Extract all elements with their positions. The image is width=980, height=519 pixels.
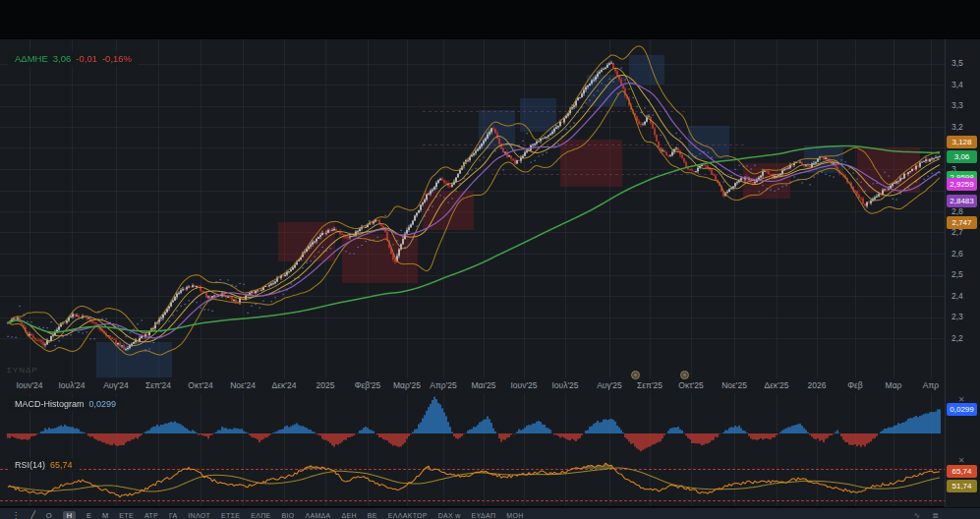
rsi-ma-value-badge: 51,74: [947, 480, 977, 492]
rsi-title: RSI(14): [15, 460, 45, 470]
last-price: 3,06: [53, 53, 72, 64]
time-axis-label: Απρ'25: [430, 380, 456, 390]
time-axis-label: Δεκ'25: [765, 380, 789, 390]
timeframe-button-Ο[interactable]: Ο: [46, 511, 52, 519]
rsi-value-badge: 65,74: [947, 465, 977, 478]
chart-tab[interactable]: ΕΛΠΕ: [251, 511, 270, 519]
trend-line-icon[interactable]: ╱: [30, 511, 35, 519]
price-change: -0,01: [76, 53, 97, 64]
last-price-badge: 3,06: [947, 150, 977, 163]
time-axis-label: Σεπ'25: [637, 380, 663, 390]
bars-icon[interactable]: ≣: [932, 511, 939, 519]
symbol-legend[interactable]: ΑΔΜΗΕ 3,06 -0,01 -0,16%: [8, 51, 139, 66]
time-axis-label: Απρ: [923, 380, 939, 390]
macd-title: MACD-Histogram: [15, 399, 85, 409]
price-tick-label: 2,3: [946, 312, 980, 321]
rsi-legend[interactable]: RSI(14) 65,74: [8, 458, 80, 472]
time-axis-label: Αυγ'24: [103, 380, 129, 390]
more-dots-icon[interactable]: ⋮: [12, 511, 20, 519]
bottom-toolbar: ⋮╱ΟΗΕΜΕΤΕΑΤΡΓΑΙΝΛΟΤΕΤΣΕΕΛΠΕΒΙΟΛΑΜΔΑΔΕΗΒΕ…: [0, 507, 980, 519]
price-tick-label: 3,5: [946, 58, 980, 68]
toolbar-right-icons: ∿≣: [914, 511, 939, 519]
ma-mid-badge: 2,9259: [947, 178, 977, 191]
price-tick-label: 3,4: [946, 80, 980, 89]
chart-tab[interactable]: ΛΑΜΔΑ: [306, 511, 331, 519]
price-change-percent: -0,16%: [102, 53, 132, 64]
price-tick-label: 3,2: [946, 122, 980, 132]
price-tick-label: 3,3: [946, 100, 980, 110]
chart-tab[interactable]: ΕΛΛΑΚΤΩΡ: [388, 511, 428, 519]
chart-tab[interactable]: ΒΕ: [368, 511, 377, 519]
bb-lower-badge: 2,747: [947, 216, 977, 229]
chart-tab[interactable]: ΒΙΟ: [282, 511, 295, 519]
chart-tab[interactable]: ΔΕΗ: [342, 511, 357, 519]
timeframe-button-Μ[interactable]: Μ: [102, 511, 108, 519]
time-axis-label: Οκτ'25: [678, 380, 703, 390]
price-tick-label: 2,6: [946, 249, 980, 259]
time-axis-label: 2025: [317, 380, 335, 390]
time-axis-label: Αυγ'25: [597, 380, 622, 390]
time-axis-label: Ιουλ'25: [551, 380, 578, 390]
time-axis-label: Μαι'25: [472, 380, 496, 390]
time-axis-label: Μαρ'25: [393, 380, 421, 390]
time-axis-label: Ιουν'25: [510, 380, 537, 390]
chart-tab[interactable]: ΕΥΔΑΠ: [472, 511, 496, 519]
rsi-close-icon[interactable]: ✕: [955, 456, 967, 466]
timeframe-button-Η[interactable]: Η: [63, 511, 76, 519]
macd-legend[interactable]: MACD-Histogram 0,0299: [8, 397, 123, 411]
time-axis[interactable]: Ιουν'24Ιουλ'24Αυγ'24Σεπ'24Οκτ'24Νοε'24Δε…: [0, 378, 945, 393]
time-axis-label: Οκτ'24: [188, 380, 212, 390]
price-axis[interactable]: 3,53,43,33,232,82,72,62,52,42,32,23,1283…: [945, 39, 980, 507]
time-axis-label: 2026: [808, 380, 827, 390]
chart-tab[interactable]: ΑΤΡ: [144, 511, 158, 519]
time-axis-label: Φεβ'25: [355, 380, 381, 390]
macd-close-icon[interactable]: ✕: [955, 395, 967, 405]
timeframe-button-Ε[interactable]: Ε: [86, 511, 91, 519]
time-axis-label: Σεπ'24: [145, 380, 171, 390]
price-tick-label: 2,5: [946, 269, 980, 279]
time-axis-label: Νοε'24: [230, 380, 256, 390]
time-axis-label: Νοε'25: [721, 380, 747, 390]
time-axis-label: Φεβ: [847, 380, 862, 390]
dividend-marker[interactable]: [631, 371, 640, 379]
top-black-bar: [0, 0, 980, 39]
dividend-marker[interactable]: [680, 371, 689, 379]
macd-histogram-pane[interactable]: [0, 393, 945, 454]
bb-upper-badge: 3,128: [947, 136, 977, 148]
symbol-name: ΑΔΜΗΕ: [15, 53, 48, 64]
time-axis-label: Μαρ: [886, 380, 902, 390]
watermark-text: ΣΥΝΔΡ: [7, 366, 38, 375]
price-tick-label: 2,2: [946, 333, 980, 343]
time-axis-label: Ιουλ'24: [58, 380, 85, 390]
wave-icon[interactable]: ∿: [914, 511, 921, 519]
chart-tab[interactable]: ΓΑ: [169, 511, 177, 519]
rsi-value: 65,74: [50, 460, 73, 470]
trading-terminal: ΑΔΜΗΕ 3,06 -0,01 -0,16% ΣΥΝΔΡ Ιουν'24Ιου…: [0, 0, 980, 519]
chart-tab[interactable]: ΕΤΣΕ: [221, 511, 240, 519]
main-price-chart[interactable]: [0, 39, 945, 378]
macd-value: 0,0299: [89, 399, 117, 409]
time-axis-label: Ιουν'24: [16, 380, 42, 390]
chart-tab[interactable]: DAX w: [438, 511, 461, 519]
ma-slow-badge: 2,8483: [947, 195, 977, 207]
chart-tab[interactable]: ΙΝΛΟΤ: [188, 511, 210, 519]
price-tick-label: 2,4: [946, 291, 980, 301]
rsi-pane[interactable]: [0, 454, 945, 506]
time-axis-label: Δεκ'24: [272, 380, 297, 390]
chart-tab[interactable]: ΕΤΕ: [119, 511, 134, 519]
chart-tab[interactable]: ΜΟΗ: [506, 511, 523, 519]
